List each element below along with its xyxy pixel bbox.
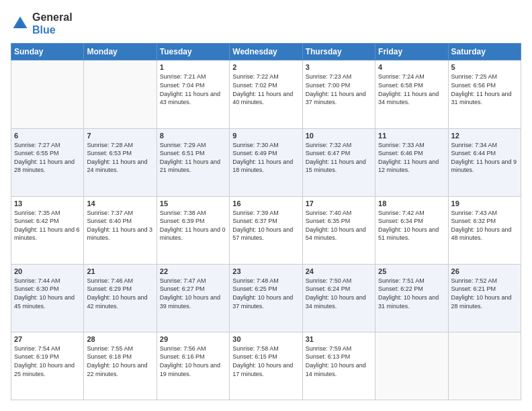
daylight: Daylight: 11 hours and 31 minutes.: [451, 91, 512, 106]
day-cell-3: 3 Sunrise: 7:23 AM Sunset: 7:00 PM Dayli…: [302, 60, 375, 128]
sunset: Sunset: 6:16 PM: [160, 353, 205, 360]
day-info: Sunrise: 7:48 AM Sunset: 6:25 PM Dayligh…: [232, 277, 299, 310]
daylight: Daylight: 11 hours and 15 minutes.: [306, 158, 366, 174]
day-number: 2: [232, 63, 299, 71]
daylight: Daylight: 10 hours and 31 minutes.: [378, 294, 439, 310]
sunrise: Sunrise: 7:46 AM: [87, 277, 133, 284]
day-number: 9: [232, 132, 299, 140]
day-cell-29: 29 Sunrise: 7:56 AM Sunset: 6:16 PM Dayl…: [157, 332, 229, 400]
calendar: SundayMondayTuesdayWednesdayThursdayFrid…: [11, 43, 521, 400]
day-info: Sunrise: 7:40 AM Sunset: 6:35 PM Dayligh…: [306, 209, 372, 242]
sunrise: Sunrise: 7:32 AM: [306, 142, 352, 148]
sunrise: Sunrise: 7:34 AM: [451, 142, 498, 148]
day-cell-10: 10 Sunrise: 7:32 AM Sunset: 6:47 PM Dayl…: [302, 128, 375, 196]
sunset: Sunset: 6:25 PM: [232, 285, 277, 292]
sunrise: Sunrise: 7:50 AM: [306, 277, 352, 284]
day-number: 20: [14, 267, 81, 275]
day-cell-24: 24 Sunrise: 7:50 AM Sunset: 6:24 PM Dayl…: [302, 264, 375, 332]
day-info: Sunrise: 7:35 AM Sunset: 6:42 PM Dayligh…: [14, 209, 81, 242]
sunrise: Sunrise: 7:33 AM: [378, 142, 425, 148]
day-number: 30: [232, 335, 299, 343]
daylight: Daylight: 10 hours and 48 minutes.: [451, 226, 512, 242]
day-number: 6: [14, 132, 81, 140]
day-number: 4: [378, 63, 445, 71]
empty-cell: [448, 332, 521, 400]
day-cell-20: 20 Sunrise: 7:44 AM Sunset: 6:30 PM Dayl…: [11, 264, 84, 332]
day-number: 8: [160, 132, 226, 140]
daylight: Daylight: 10 hours and 22 minutes.: [87, 362, 147, 377]
sunrise: Sunrise: 7:28 AM: [87, 142, 133, 148]
day-info: Sunrise: 7:58 AM Sunset: 6:15 PM Dayligh…: [232, 345, 299, 378]
logo: General Blue: [11, 11, 73, 36]
day-number: 3: [306, 63, 372, 71]
daylight: Daylight: 10 hours and 51 minutes.: [378, 226, 439, 242]
day-info: Sunrise: 7:32 AM Sunset: 6:47 PM Dayligh…: [306, 141, 372, 175]
day-cell-23: 23 Sunrise: 7:48 AM Sunset: 6:25 PM Dayl…: [230, 264, 302, 332]
day-cell-25: 25 Sunrise: 7:51 AM Sunset: 6:22 PM Dayl…: [375, 264, 448, 332]
weekday-header-saturday: Saturday: [448, 44, 521, 60]
sunrise: Sunrise: 7:47 AM: [160, 277, 206, 284]
sunrise: Sunrise: 7:38 AM: [160, 210, 206, 216]
day-cell-27: 27 Sunrise: 7:54 AM Sunset: 6:19 PM Dayl…: [11, 332, 84, 400]
day-cell-9: 9 Sunrise: 7:30 AM Sunset: 6:49 PM Dayli…: [230, 128, 302, 196]
daylight: Daylight: 11 hours and 12 minutes.: [378, 158, 439, 174]
logo-text: General Blue: [32, 11, 73, 36]
daylight: Daylight: 11 hours and 6 minutes.: [14, 226, 80, 242]
sunset: Sunset: 6:19 PM: [14, 353, 59, 360]
sunset: Sunset: 6:21 PM: [451, 285, 496, 292]
weekday-header-sunday: Sunday: [11, 44, 84, 60]
sunrise: Sunrise: 7:59 AM: [306, 345, 352, 352]
day-cell-28: 28 Sunrise: 7:55 AM Sunset: 6:18 PM Dayl…: [84, 332, 157, 400]
sunset: Sunset: 6:27 PM: [160, 285, 205, 292]
day-number: 16: [232, 199, 299, 208]
day-info: Sunrise: 7:37 AM Sunset: 6:40 PM Dayligh…: [87, 209, 153, 242]
day-number: 24: [306, 267, 372, 275]
day-number: 18: [378, 199, 445, 208]
day-info: Sunrise: 7:38 AM Sunset: 6:39 PM Dayligh…: [160, 209, 226, 242]
sunrise: Sunrise: 7:43 AM: [451, 210, 498, 216]
day-cell-15: 15 Sunrise: 7:38 AM Sunset: 6:39 PM Dayl…: [157, 196, 229, 264]
week-row-1: 1 Sunrise: 7:21 AM Sunset: 7:04 PM Dayli…: [11, 60, 521, 128]
empty-cell: [84, 60, 157, 128]
week-row-4: 20 Sunrise: 7:44 AM Sunset: 6:30 PM Dayl…: [11, 264, 521, 332]
day-number: 27: [14, 335, 81, 343]
weekday-header-monday: Monday: [84, 44, 157, 60]
day-number: 11: [378, 132, 445, 140]
sunset: Sunset: 6:42 PM: [14, 218, 59, 224]
day-cell-4: 4 Sunrise: 7:24 AM Sunset: 6:58 PM Dayli…: [375, 60, 448, 128]
day-info: Sunrise: 7:29 AM Sunset: 6:51 PM Dayligh…: [160, 141, 226, 175]
day-cell-12: 12 Sunrise: 7:34 AM Sunset: 6:44 PM Dayl…: [448, 128, 521, 196]
daylight: Daylight: 10 hours and 34 minutes.: [306, 294, 366, 310]
day-info: Sunrise: 7:33 AM Sunset: 6:46 PM Dayligh…: [378, 141, 445, 175]
sunrise: Sunrise: 7:39 AM: [232, 210, 279, 216]
sunset: Sunset: 6:29 PM: [87, 285, 132, 292]
daylight: Daylight: 11 hours and 37 minutes.: [306, 91, 366, 106]
day-number: 25: [378, 267, 445, 275]
sunset: Sunset: 6:37 PM: [232, 218, 277, 224]
day-info: Sunrise: 7:44 AM Sunset: 6:30 PM Dayligh…: [14, 277, 81, 310]
day-cell-22: 22 Sunrise: 7:47 AM Sunset: 6:27 PM Dayl…: [157, 264, 229, 332]
day-number: 21: [87, 267, 153, 275]
day-info: Sunrise: 7:22 AM Sunset: 7:02 PM Dayligh…: [232, 73, 299, 106]
day-cell-11: 11 Sunrise: 7:33 AM Sunset: 6:46 PM Dayl…: [375, 128, 448, 196]
day-info: Sunrise: 7:51 AM Sunset: 6:22 PM Dayligh…: [378, 277, 445, 310]
logo-icon: [11, 14, 30, 33]
day-number: 31: [306, 335, 372, 343]
daylight: Daylight: 11 hours and 43 minutes.: [160, 91, 220, 106]
day-number: 29: [160, 335, 226, 343]
day-info: Sunrise: 7:47 AM Sunset: 6:27 PM Dayligh…: [160, 277, 226, 310]
weekday-header-thursday: Thursday: [302, 44, 375, 60]
day-cell-18: 18 Sunrise: 7:42 AM Sunset: 6:34 PM Dayl…: [375, 196, 448, 264]
day-cell-6: 6 Sunrise: 7:27 AM Sunset: 6:55 PM Dayli…: [11, 128, 84, 196]
day-number: 1: [160, 63, 226, 71]
day-info: Sunrise: 7:34 AM Sunset: 6:44 PM Dayligh…: [451, 141, 518, 175]
sunrise: Sunrise: 7:37 AM: [87, 210, 133, 216]
sunset: Sunset: 6:51 PM: [160, 150, 205, 156]
sunset: Sunset: 7:00 PM: [306, 82, 351, 89]
sunset: Sunset: 6:13 PM: [306, 353, 351, 360]
sunrise: Sunrise: 7:35 AM: [14, 210, 60, 216]
daylight: Daylight: 10 hours and 25 minutes.: [14, 362, 75, 377]
sunrise: Sunrise: 7:24 AM: [378, 73, 425, 80]
day-number: 17: [306, 199, 372, 208]
day-cell-26: 26 Sunrise: 7:52 AM Sunset: 6:21 PM Dayl…: [448, 264, 521, 332]
